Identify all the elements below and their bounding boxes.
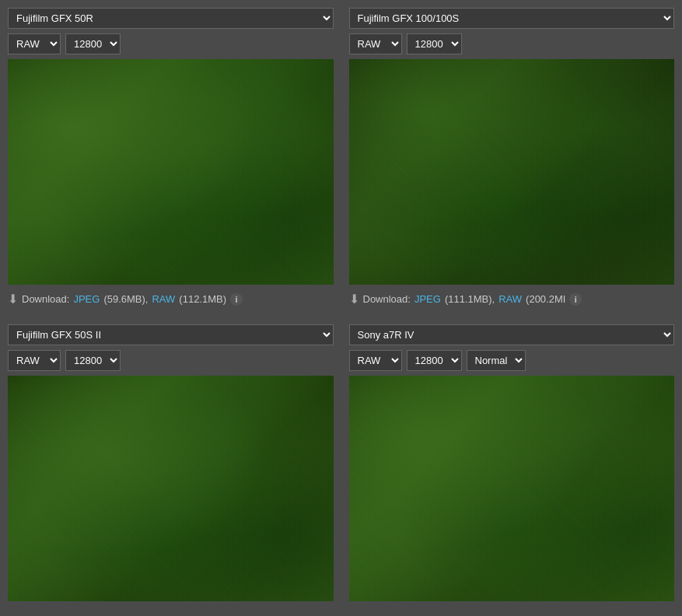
panel-4: Fujifilm GFX 50R Fujifilm GFX 100/100S F… xyxy=(341,317,683,609)
panel-1-image xyxy=(8,59,334,285)
panel-3-image xyxy=(8,376,334,601)
panel-2-jpeg-link[interactable]: JPEG xyxy=(414,293,441,305)
panel-4-top-controls: Fujifilm GFX 50R Fujifilm GFX 100/100S F… xyxy=(349,324,675,345)
panel-3-iso-select[interactable]: 100200400800 160032006400 12800256005120… xyxy=(65,350,121,371)
panel-4-noise-reduction-select[interactable]: Normal Low High Off xyxy=(467,350,526,371)
panel-3-format-iso-controls: RAW JPEG 100200400800 160032006400 12800… xyxy=(8,350,334,371)
panel-2-format-select[interactable]: RAW JPEG xyxy=(349,33,402,54)
panel-4-format-select[interactable]: RAW JPEG xyxy=(349,350,402,371)
panel-2-raw-link[interactable]: RAW xyxy=(498,293,522,305)
panel-4-image xyxy=(349,376,675,601)
panel-2-image xyxy=(349,59,675,285)
panel-1-iso-select[interactable]: 100200400800 160032006400 12800256005120… xyxy=(65,33,121,54)
panel-1-format-iso-controls: RAW JPEG 100200400800 160032006400 12800… xyxy=(8,33,334,54)
panel-1-camera-select[interactable]: Fujifilm GFX 50R Fujifilm GFX 100/100S F… xyxy=(8,8,334,29)
panel-1-info-icon[interactable]: i xyxy=(230,293,243,306)
panel-3-image-container xyxy=(8,376,334,601)
panel-3: Fujifilm GFX 50R Fujifilm GFX 100/100S F… xyxy=(0,317,341,609)
comparison-grid: Fujifilm GFX 50R Fujifilm GFX 100/100S F… xyxy=(0,0,682,609)
panel-1-jpeg-size: (59.6MB), xyxy=(103,293,148,305)
panel-2-top-controls: Fujifilm GFX 50R Fujifilm GFX 100/100S F… xyxy=(349,8,675,29)
panel-3-top-controls: Fujifilm GFX 50R Fujifilm GFX 100/100S F… xyxy=(8,324,334,345)
panel-1-download-label: Download: xyxy=(22,293,69,305)
panel-2-download-row: ⬇ Download: JPEG (111.1MB), RAW (200.2MI… xyxy=(349,289,675,309)
panel-2-format-iso-controls: RAW JPEG 100200400800 160032006400 12800… xyxy=(349,33,675,54)
panel-1-jpeg-link[interactable]: JPEG xyxy=(73,293,100,305)
panel-2-camera-select[interactable]: Fujifilm GFX 50R Fujifilm GFX 100/100S F… xyxy=(349,8,675,29)
panel-1-format-select[interactable]: RAW JPEG xyxy=(8,33,61,54)
panel-2-download-label: Download: xyxy=(363,293,411,305)
panel-1-raw-size: (112.1MB) xyxy=(179,293,226,305)
panel-3-camera-select[interactable]: Fujifilm GFX 50R Fujifilm GFX 100/100S F… xyxy=(8,324,334,345)
panel-1-top-controls: Fujifilm GFX 50R Fujifilm GFX 100/100S F… xyxy=(8,8,334,29)
panel-2-image-container xyxy=(349,59,675,285)
panel-4-camera-select[interactable]: Fujifilm GFX 50R Fujifilm GFX 100/100S F… xyxy=(349,324,675,345)
panel-2-raw-size: (200.2MI xyxy=(526,293,565,305)
panel-4-iso-select[interactable]: 100200400800 160032006400 12800256005120… xyxy=(407,350,462,371)
panel-4-format-iso-noise-controls: RAW JPEG 100200400800 160032006400 12800… xyxy=(349,350,675,371)
panel-4-image-container xyxy=(349,376,675,601)
panel-1-image-container xyxy=(8,59,334,285)
panel-1: Fujifilm GFX 50R Fujifilm GFX 100/100S F… xyxy=(0,0,341,317)
panel-2: Fujifilm GFX 50R Fujifilm GFX 100/100S F… xyxy=(341,0,683,317)
panel-2-iso-select[interactable]: 100200400800 160032006400 12800256005120… xyxy=(407,33,462,54)
panel-1-download-row: ⬇ Download: JPEG (59.6MB), RAW (112.1MB)… xyxy=(8,289,334,309)
panel-1-raw-link[interactable]: RAW xyxy=(152,293,175,305)
panel-2-info-icon[interactable]: i xyxy=(569,293,582,306)
panel-1-download-icon[interactable]: ⬇ xyxy=(8,292,18,306)
panel-2-download-icon[interactable]: ⬇ xyxy=(349,292,359,306)
panel-2-jpeg-size: (111.1MB), xyxy=(445,293,495,305)
panel-3-format-select[interactable]: RAW JPEG xyxy=(8,350,61,371)
